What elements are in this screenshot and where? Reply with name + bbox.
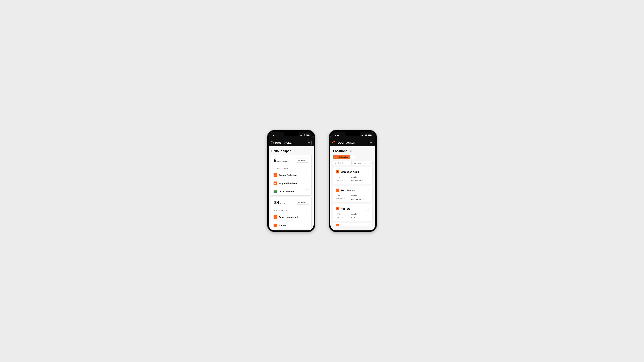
location-card-partial[interactable] <box>333 223 373 226</box>
row-menu-button[interactable] <box>305 181 309 185</box>
location-card[interactable]: Mercedes A200 TYPEVehicle EMPLOYEEEmil R… <box>333 167 373 184</box>
wifi-icon <box>303 134 306 136</box>
hamburger-icon <box>308 141 310 144</box>
tools-view-all-button[interactable]: View all <box>296 201 309 205</box>
svg-point-57 <box>368 208 368 208</box>
avatar: KA <box>274 173 277 177</box>
search-placeholder: Search <box>338 162 344 164</box>
kebab-icon <box>306 224 307 226</box>
tools-count: 38 <box>274 199 279 206</box>
employees-view-all-button[interactable]: View all <box>296 159 309 163</box>
location-card[interactable]: Ford Transit TYPEVehicle EMPLOYEEEmil Ra… <box>333 186 373 202</box>
tool-name: Wench <box>278 224 286 227</box>
field-type-value: Vehicle <box>351 176 356 178</box>
home-content: Hello, Kasper 6 employees View all LATES <box>269 146 314 230</box>
phone-locations: 9:41 TOOLTRACKER <box>329 130 377 232</box>
svg-point-19 <box>306 190 307 191</box>
field-type-label: TYPE <box>336 195 351 197</box>
employee-name: Magnus Knudsen <box>278 182 297 185</box>
svg-point-25 <box>306 218 307 218</box>
dynamic-island <box>345 132 360 136</box>
svg-point-27 <box>306 225 307 225</box>
location-card[interactable]: Audi Q5 TYPEVehicle EMPLOYEENone <box>333 204 373 221</box>
location-name: Mercedes A200 <box>340 170 359 173</box>
field-employee-value: None <box>351 216 355 218</box>
svg-rect-3 <box>302 134 302 136</box>
tool-row[interactable]: Bosch Hammer drill <box>271 213 312 221</box>
kebab-icon <box>368 189 368 191</box>
employee-name: Kasper Andersen <box>278 174 296 176</box>
activity-row[interactable]: KA Magnus Knudsen <box>271 179 312 187</box>
svg-point-51 <box>338 191 338 191</box>
svg-rect-0 <box>300 136 300 136</box>
hamburger-icon <box>370 141 372 144</box>
cellular-icon <box>300 134 302 136</box>
battery-icon <box>306 134 310 136</box>
battery-icon <box>368 134 372 136</box>
row-menu-button[interactable] <box>305 189 309 193</box>
kebab-icon <box>306 182 307 184</box>
field-employee-value: Emil Rasmussen <box>351 198 364 200</box>
brand[interactable]: TOOLTRACKER <box>332 141 355 144</box>
kebab-icon <box>306 216 307 218</box>
most-popular-label: MOST POPULAR <box>271 208 312 213</box>
chevron-down-icon <box>370 163 371 164</box>
arrow-right-icon <box>298 160 300 161</box>
card-menu-button[interactable] <box>366 188 370 192</box>
svg-point-46 <box>338 172 338 172</box>
plus-icon <box>335 156 337 158</box>
arrow-right-icon <box>298 202 300 203</box>
search-input[interactable]: Search <box>333 161 352 165</box>
svg-point-21 <box>306 192 307 192</box>
svg-point-58 <box>368 209 368 209</box>
view-all-label: View all <box>300 160 307 162</box>
svg-point-24 <box>306 217 307 217</box>
svg-point-18 <box>306 184 307 184</box>
vehicle-icon <box>336 189 339 192</box>
chevron-down-icon <box>352 157 354 158</box>
tools-label: tools <box>280 202 285 205</box>
svg-point-16 <box>306 182 307 183</box>
locations-title: Locations <box>333 149 347 153</box>
row-menu-button[interactable] <box>305 215 309 219</box>
svg-point-26 <box>306 224 307 225</box>
svg-point-14 <box>306 175 307 175</box>
tool-icon <box>274 215 277 219</box>
svg-line-44 <box>336 164 336 164</box>
row-menu-button[interactable] <box>305 173 309 177</box>
svg-point-43 <box>335 162 336 164</box>
svg-rect-5 <box>306 135 309 136</box>
kebab-icon <box>306 190 307 192</box>
menu-button[interactable] <box>368 140 373 145</box>
tool-row[interactable]: Wench <box>271 221 312 229</box>
kebab-icon <box>306 174 307 176</box>
svg-point-13 <box>306 174 307 174</box>
menu-button[interactable] <box>307 140 312 145</box>
tool-name: Bosch Hammer drill <box>278 216 299 218</box>
activity-row[interactable]: KA Kasper Andersen <box>271 171 312 179</box>
tool-icon <box>274 224 277 227</box>
brand-logo-icon <box>271 141 274 144</box>
row-menu-button[interactable] <box>305 223 309 227</box>
tools-card: 38 tools View all MOST POPULAR <box>271 197 312 229</box>
svg-rect-1 <box>300 135 301 136</box>
category-select[interactable]: All categories <box>353 161 373 165</box>
svg-rect-6 <box>310 135 310 136</box>
add-location-button[interactable]: Add location <box>333 155 350 159</box>
svg-point-15 <box>306 175 307 176</box>
kebab-icon <box>368 171 368 173</box>
activity-row[interactable]: Oskar Siemion <box>271 187 312 195</box>
wifi-icon <box>365 134 367 136</box>
card-menu-button[interactable] <box>366 170 370 174</box>
card-menu-button[interactable] <box>366 207 370 211</box>
field-type-value: Vehicle <box>351 195 356 197</box>
brand[interactable]: TOOLTRACKER <box>271 141 294 144</box>
page-title: Hello, Kasper <box>269 149 314 155</box>
latest-activity-label: LATEST ACTIVITY <box>271 166 312 171</box>
add-location-dropdown[interactable] <box>351 155 355 159</box>
status-time: 9:41 <box>273 134 278 137</box>
svg-rect-30 <box>362 135 363 136</box>
app-header: TOOLTRACKER <box>330 139 375 146</box>
scrollbar[interactable] <box>375 148 375 161</box>
svg-rect-34 <box>368 135 371 136</box>
